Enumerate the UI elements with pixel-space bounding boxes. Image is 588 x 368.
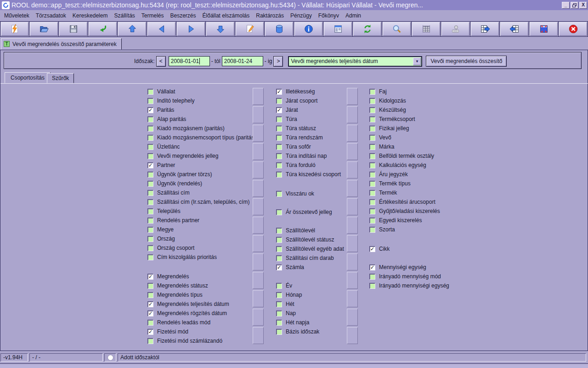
checkbox[interactable] <box>147 107 153 113</box>
checkbox[interactable] <box>147 162 153 168</box>
checkbox[interactable] <box>369 135 375 141</box>
order-input[interactable] <box>253 198 264 215</box>
checkbox[interactable] <box>276 209 282 215</box>
menu-item[interactable]: Kereskedelem <box>69 11 111 20</box>
info-button[interactable] <box>294 22 322 36</box>
menu-item[interactable]: Admin <box>342 11 364 20</box>
order-input[interactable] <box>253 217 264 234</box>
chevron-down-icon[interactable]: ▼ <box>413 58 421 65</box>
minimize-button[interactable]: _ <box>562 2 570 9</box>
checkbox[interactable] <box>276 255 282 261</box>
checkbox[interactable] <box>147 301 153 307</box>
date-type-dropdown[interactable]: Vevői megrendelés teljesítés dátum ▼ <box>288 56 422 67</box>
order-input[interactable] <box>347 290 358 307</box>
menu-item[interactable]: Műveletek <box>1 11 33 20</box>
checkbox[interactable] <box>369 162 375 168</box>
checkbox[interactable] <box>369 126 375 132</box>
checkbox[interactable] <box>369 116 375 122</box>
data-button[interactable] <box>265 22 293 36</box>
checkbox[interactable] <box>147 89 153 95</box>
checkbox[interactable] <box>276 126 282 132</box>
checkbox[interactable] <box>276 191 282 197</box>
checkbox[interactable] <box>147 274 153 280</box>
summary-submit-button[interactable]: Vevői megrendelés összesítő <box>426 56 507 67</box>
save-button[interactable] <box>59 22 87 36</box>
menu-item[interactable]: Beszerzés <box>167 11 199 20</box>
order-input[interactable] <box>253 235 264 252</box>
tab-szurok[interactable]: Szűrők <box>47 73 74 83</box>
order-input[interactable] <box>347 272 358 289</box>
form-button[interactable] <box>324 22 352 36</box>
checkbox[interactable] <box>276 237 282 243</box>
checkbox[interactable] <box>147 199 153 205</box>
period-next-button[interactable]: > <box>273 56 283 67</box>
order-input[interactable] <box>253 272 264 289</box>
tab-vevoi-megrendeles-osszesito-parameterek[interactable]: T Vevői megrendelés összesítő paramétere… <box>1 38 122 50</box>
date-from-field[interactable]: 2008-01-01 <box>169 56 210 66</box>
checkbox[interactable] <box>276 283 282 289</box>
table-view-button[interactable] <box>412 22 440 36</box>
checkbox[interactable] <box>147 245 153 251</box>
checkbox[interactable] <box>369 208 375 214</box>
checkbox[interactable] <box>147 320 153 326</box>
checkbox[interactable] <box>147 208 153 214</box>
export-table-button[interactable] <box>471 22 499 36</box>
menu-item[interactable]: Főkönyv <box>315 11 342 20</box>
checkbox[interactable] <box>147 190 153 196</box>
order-input[interactable] <box>253 88 264 105</box>
checkbox[interactable] <box>276 292 282 298</box>
restore-button[interactable] <box>571 2 578 9</box>
checkbox[interactable] <box>147 218 153 224</box>
checkbox[interactable] <box>147 144 153 150</box>
checkbox[interactable] <box>276 98 282 104</box>
order-input[interactable] <box>253 125 264 142</box>
order-input[interactable] <box>347 327 358 344</box>
checkbox[interactable] <box>147 153 153 159</box>
search-button[interactable] <box>383 22 411 36</box>
checkbox[interactable] <box>147 181 153 187</box>
menu-item[interactable]: Élőállat elszámolás <box>199 11 253 20</box>
order-input[interactable] <box>253 327 264 344</box>
checkbox[interactable] <box>147 227 153 233</box>
checkbox[interactable] <box>276 162 282 168</box>
checkbox[interactable] <box>369 89 375 95</box>
menu-item[interactable]: Szállítás <box>111 11 138 20</box>
order-input[interactable] <box>347 88 358 105</box>
checkbox[interactable] <box>369 246 375 252</box>
checkbox[interactable] <box>276 329 282 335</box>
order-input[interactable] <box>347 161 358 178</box>
order-input[interactable] <box>253 290 264 307</box>
checkbox[interactable] <box>147 135 153 141</box>
menu-item[interactable]: Pénzügy <box>287 11 315 20</box>
checkbox[interactable] <box>369 218 375 224</box>
checkbox[interactable] <box>147 283 153 289</box>
checkbox[interactable] <box>147 236 153 242</box>
checkbox[interactable] <box>276 310 282 316</box>
checkbox[interactable] <box>147 98 153 104</box>
order-input[interactable] <box>253 161 264 178</box>
checkbox[interactable] <box>369 181 375 187</box>
checkbox[interactable] <box>276 153 282 159</box>
checkbox[interactable] <box>147 310 153 316</box>
checkbox[interactable] <box>369 227 375 233</box>
checkbox[interactable] <box>369 172 375 178</box>
menu-item[interactable]: Raktározás <box>253 11 287 20</box>
checkbox[interactable] <box>147 116 153 122</box>
checkbox[interactable] <box>147 254 153 260</box>
tab-csoportositas[interactable]: Csoportosítás <box>5 72 51 83</box>
order-input[interactable] <box>347 253 358 270</box>
window-layout-button[interactable] <box>530 22 558 36</box>
order-input[interactable] <box>347 309 358 326</box>
checkbox[interactable] <box>276 264 282 270</box>
checkbox[interactable] <box>276 135 282 141</box>
checkbox[interactable] <box>147 292 153 298</box>
checkbox[interactable] <box>369 144 375 150</box>
checkbox[interactable] <box>369 190 375 196</box>
order-input[interactable] <box>347 106 358 123</box>
order-input[interactable] <box>347 180 358 197</box>
checkbox[interactable] <box>276 301 282 307</box>
prev-record-button[interactable] <box>147 22 175 36</box>
checkbox[interactable] <box>369 107 375 113</box>
checkbox[interactable] <box>369 153 375 159</box>
checkbox[interactable] <box>276 246 282 252</box>
